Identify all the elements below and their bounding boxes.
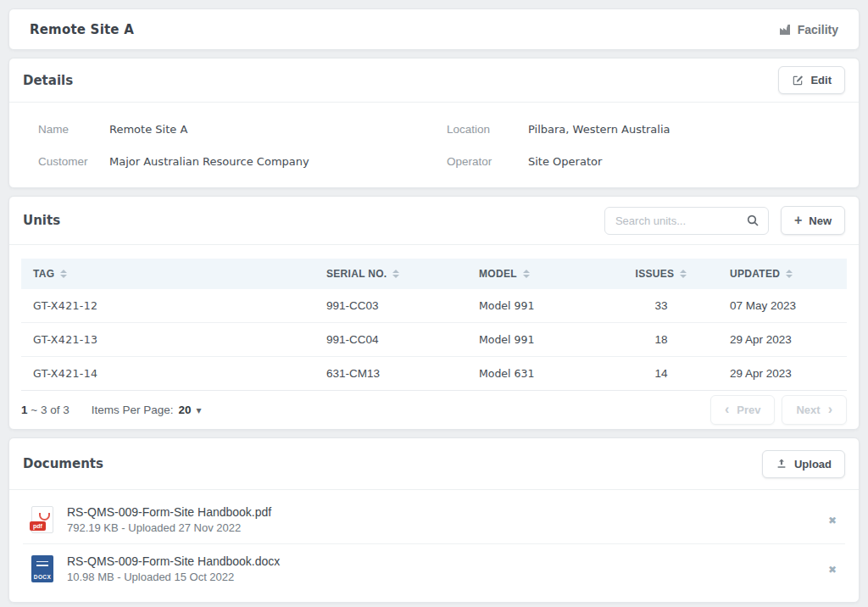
unit-updated: 29 Apr 2023 — [708, 367, 847, 380]
details-card: Details Edit Name Remote Site A Location… — [8, 58, 860, 188]
details-head: Details Edit — [9, 58, 859, 103]
document-item[interactable]: DOCX RS-QMS-009-Form-Site Handbook.docx … — [23, 544, 845, 593]
document-item[interactable]: pdf RS-QMS-009-Form-Site Handbook.pdf 79… — [23, 495, 845, 544]
pagination-range: 1 ~ 3 of 3 — [21, 404, 70, 416]
new-unit-button[interactable]: New — [781, 206, 845, 235]
column-header-model-label: MODEL — [479, 268, 517, 280]
upload-button[interactable]: Upload — [762, 450, 845, 478]
facility-badge: Facility — [778, 23, 838, 36]
unit-model: Model 631 — [470, 367, 615, 380]
factory-icon — [778, 23, 792, 36]
unit-tag: GT-X421-13 — [21, 333, 318, 346]
column-header-updated[interactable]: UPDATED — [708, 268, 847, 280]
docx-lines — [36, 561, 48, 569]
unit-updated: 29 Apr 2023 — [708, 333, 847, 346]
unit-issues: 33 — [615, 299, 708, 312]
upload-icon — [776, 458, 787, 470]
next-page-label: Next — [796, 404, 820, 416]
units-head-actions: New — [604, 206, 845, 235]
unit-row[interactable]: GT-X421-14 631-CM13 Model 631 14 29 Apr … — [21, 357, 847, 391]
sort-icon — [680, 270, 687, 278]
column-header-serial[interactable]: SERIAL NO. — [318, 268, 470, 280]
unit-row[interactable]: GT-X421-13 991-CC04 Model 991 18 29 Apr … — [21, 323, 847, 357]
facility-label: Facility — [798, 23, 838, 36]
docx-badge: DOCX — [31, 574, 53, 580]
column-header-serial-label: SERIAL NO. — [326, 268, 387, 280]
prev-page-button[interactable]: Prev — [710, 395, 776, 425]
delete-document-icon[interactable] — [820, 556, 845, 582]
documents-list: pdf RS-QMS-009-Form-Site Handbook.pdf 79… — [9, 490, 859, 602]
units-search-input[interactable] — [604, 207, 769, 235]
column-header-issues-label: ISSUES — [636, 268, 675, 280]
details-title: Details — [23, 73, 73, 88]
chevron-right-icon — [828, 404, 832, 416]
pdf-badge: pdf — [30, 521, 46, 531]
unit-updated: 07 May 2023 — [708, 299, 847, 312]
title-card: Remote Site A Facility — [8, 8, 860, 50]
next-page-button[interactable]: Next — [782, 395, 847, 425]
search-icon[interactable] — [746, 214, 760, 227]
unit-serial: 631-CM13 — [318, 367, 470, 380]
upload-button-label: Upload — [794, 458, 832, 471]
pagination-current: 1 — [21, 404, 28, 416]
document-text: RS-QMS-009-Form-Site Handbook.pdf 792.19… — [67, 505, 820, 534]
items-per-page-label: Items Per Page: — [92, 404, 174, 416]
field-label-name: Name — [38, 113, 109, 145]
document-meta: 792.19 KB - Uploaded 27 Nov 2022 — [67, 521, 820, 534]
unit-issues: 14 — [615, 367, 708, 380]
sort-icon — [60, 270, 67, 278]
document-text: RS-QMS-009-Form-Site Handbook.docx 10.98… — [67, 554, 820, 583]
field-label-location: Location — [447, 113, 528, 145]
column-header-updated-label: UPDATED — [730, 268, 780, 280]
chevron-left-icon — [725, 404, 729, 416]
delete-document-icon[interactable] — [820, 507, 845, 532]
column-header-model[interactable]: MODEL — [470, 268, 615, 280]
units-search — [604, 207, 769, 235]
edit-button-label: Edit — [810, 74, 832, 86]
column-header-issues[interactable]: ISSUES — [615, 268, 708, 280]
pagination-info: 1 ~ 3 of 3 Items Per Page: 20 — [21, 404, 202, 416]
units-pagination: 1 ~ 3 of 3 Items Per Page: 20 Prev Next — [9, 391, 859, 429]
unit-serial: 991-CC04 — [318, 333, 470, 346]
page-title: Remote Site A — [30, 22, 134, 37]
units-card: Units New TAG SERIAL NO. — [8, 196, 860, 430]
unit-row[interactable]: GT-X421-12 991-CC03 Model 991 33 07 May … — [21, 289, 847, 323]
edit-button[interactable]: Edit — [778, 66, 845, 94]
items-per-page-select[interactable]: Items Per Page: 20 — [92, 404, 202, 416]
caret-down-icon — [197, 404, 202, 416]
sort-icon — [392, 270, 399, 278]
units-table: TAG SERIAL NO. MODEL ISSUES UPDATED — [21, 259, 847, 391]
documents-card: Documents Upload pdf RS-QMS-009-Form-Sit… — [8, 437, 860, 603]
unit-tag: GT-X421-12 — [21, 299, 318, 312]
document-name[interactable]: RS-QMS-009-Form-Site Handbook.docx — [67, 554, 820, 568]
pagination-range-rest: ~ 3 of 3 — [31, 404, 69, 416]
prev-page-label: Prev — [737, 404, 760, 416]
field-value-operator: Site Operator — [528, 145, 845, 177]
edit-icon — [792, 75, 804, 86]
plus-icon — [794, 214, 802, 227]
units-table-header: TAG SERIAL NO. MODEL ISSUES UPDATED — [21, 259, 847, 289]
units-title: Units — [23, 213, 60, 228]
document-name[interactable]: RS-QMS-009-Form-Site Handbook.pdf — [67, 505, 820, 519]
docx-file-icon: DOCX — [31, 555, 53, 582]
field-value-customer: Major Australian Resource Company — [109, 145, 447, 177]
unit-tag: GT-X421-14 — [21, 367, 318, 380]
unit-serial: 991-CC03 — [318, 299, 470, 312]
pagination-buttons: Prev Next — [710, 395, 847, 425]
unit-issues: 18 — [615, 333, 708, 346]
column-header-tag-label: TAG — [33, 268, 54, 280]
pdf-file-icon: pdf — [31, 506, 53, 533]
documents-title: Documents — [23, 456, 103, 471]
sort-icon — [786, 270, 793, 278]
facility-page: Remote Site A Facility Details Edit Name… — [0, 0, 868, 607]
document-meta: 10.98 MB - Uploaded 15 Oct 2022 — [67, 571, 820, 583]
field-value-location: Pilbara, Western Australia — [528, 113, 845, 145]
column-header-tag[interactable]: TAG — [21, 268, 318, 280]
field-label-customer: Customer — [38, 145, 109, 177]
field-value-name: Remote Site A — [109, 113, 447, 145]
new-unit-button-label: New — [809, 214, 832, 227]
units-head: Units New — [9, 197, 859, 245]
field-label-operator: Operator — [447, 145, 528, 177]
details-body: Name Remote Site A Location Pilbara, Wes… — [9, 103, 859, 187]
sort-icon — [523, 270, 530, 278]
